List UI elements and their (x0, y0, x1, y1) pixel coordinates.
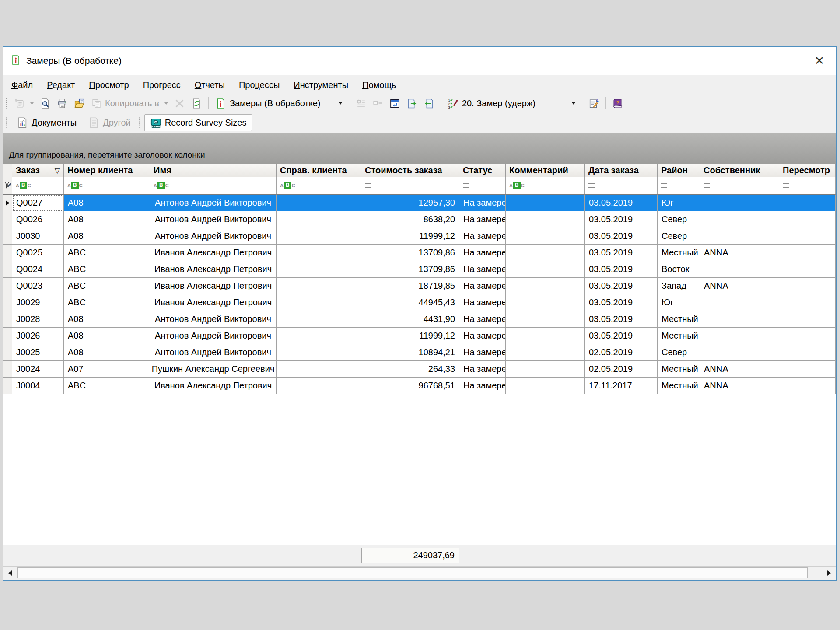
table-row[interactable]: Q0024ABCИванов Александр Петрович13709,8… (4, 261, 836, 278)
menu-item-инструменты[interactable]: Инструменты (287, 77, 355, 93)
print-button[interactable] (54, 97, 70, 110)
cell-amount[interactable]: 11999,12 (361, 228, 459, 245)
cell-order_date[interactable]: 03.05.2019 (585, 328, 658, 344)
row-indicator-cell[interactable] (4, 261, 12, 278)
cell-name[interactable]: Антонов Андрей Викторович (150, 311, 276, 328)
cell-status[interactable]: На замере (459, 311, 506, 328)
cell-client_ref[interactable] (276, 228, 361, 245)
cell-comment[interactable] (506, 278, 585, 294)
cell-name[interactable]: Пушкин Александр Сергеевич (150, 361, 276, 378)
cell-order[interactable]: Q0023 (12, 278, 64, 294)
cell-order[interactable]: J0004 (12, 378, 64, 394)
cell-client_no[interactable]: ABC (64, 278, 150, 294)
cell-order_date[interactable]: 03.05.2019 (585, 311, 658, 328)
cell-status[interactable]: На замере (459, 294, 506, 311)
filter-cell-review[interactable] (779, 177, 836, 195)
scroll-left-button[interactable] (4, 567, 17, 580)
record-survey-sizes-button[interactable]: Record Survey Sizes (144, 114, 252, 131)
cell-order_date[interactable]: 03.05.2019 (585, 278, 658, 294)
cell-district[interactable]: Север (658, 228, 700, 245)
cell-name[interactable]: Антонов Андрей Викторович (150, 195, 276, 211)
filter-cell-amount[interactable] (361, 177, 459, 195)
cell-district[interactable]: Север (658, 211, 700, 228)
cell-order[interactable]: Q0027 (12, 195, 64, 211)
table-row[interactable]: J0026A08Антонов Андрей Викторович11999,1… (4, 328, 836, 344)
cell-status[interactable]: На замере (459, 378, 506, 394)
row-indicator-cell[interactable] (4, 245, 12, 261)
cell-client_no[interactable]: ABC (64, 378, 150, 394)
cell-owner[interactable] (700, 344, 779, 361)
cell-comment[interactable] (506, 261, 585, 278)
cell-comment[interactable] (506, 328, 585, 344)
cell-client_ref[interactable] (276, 261, 361, 278)
filter-edit-cell[interactable] (4, 177, 12, 195)
cell-client_ref[interactable] (276, 245, 361, 261)
cell-amount[interactable]: 8638,20 (361, 211, 459, 228)
column-header-order_date[interactable]: Дата заказа (585, 164, 658, 177)
cell-district[interactable]: Восток (658, 261, 700, 278)
row-indicator-cell[interactable] (4, 344, 12, 361)
cell-comment[interactable] (506, 294, 585, 311)
properties-button[interactable]: 1 (586, 97, 602, 110)
column-header-district[interactable]: Район (658, 164, 700, 177)
row-indicator-cell[interactable] (4, 378, 12, 394)
cell-review[interactable] (779, 328, 836, 344)
cell-owner[interactable] (700, 261, 779, 278)
help-button[interactable]: ? (609, 97, 626, 110)
cell-district[interactable]: Местный (658, 328, 700, 344)
cell-district[interactable]: Юг (658, 195, 700, 211)
print-preview-button[interactable] (37, 97, 53, 110)
menu-item-файл[interactable]: Файл (4, 77, 40, 93)
cell-owner[interactable] (700, 311, 779, 328)
column-header-owner[interactable]: Собственник (700, 164, 779, 177)
cell-district[interactable]: Запад (658, 278, 700, 294)
cell-comment[interactable] (506, 311, 585, 328)
close-icon[interactable]: ✕ (812, 54, 827, 68)
cell-order[interactable]: J0029 (12, 294, 64, 311)
filter-cell-order[interactable]: ABC (12, 177, 64, 195)
cell-client_ref[interactable] (276, 278, 361, 294)
row-indicator-cell[interactable] (4, 211, 12, 228)
cell-status[interactable]: На замере (459, 328, 506, 344)
menu-item-редакт[interactable]: Редакт (40, 77, 82, 93)
cell-review[interactable] (779, 294, 836, 311)
row-indicator-cell[interactable] (4, 328, 12, 344)
filter-cell-name[interactable]: ABC (150, 177, 276, 195)
settings-list-button[interactable] (353, 97, 369, 110)
cell-order[interactable]: J0024 (12, 361, 64, 378)
cell-comment[interactable] (506, 344, 585, 361)
export-doc-button[interactable] (404, 97, 420, 110)
cell-client_ref[interactable] (276, 328, 361, 344)
cell-name[interactable]: Иванов Александр Петрович (150, 261, 276, 278)
cell-name[interactable]: Иванов Александр Петрович (150, 294, 276, 311)
cell-amount[interactable]: 18719,85 (361, 278, 459, 294)
cell-name[interactable]: Иванов Александр Петрович (150, 278, 276, 294)
open-folder-button[interactable] (71, 97, 88, 110)
table-row[interactable]: J0028A08Антонов Андрей Викторович4431,90… (4, 311, 836, 328)
cell-name[interactable]: Иванов Александр Петрович (150, 245, 276, 261)
filter-cell-client_no[interactable]: ABC (64, 177, 150, 195)
cell-name[interactable]: Антонов Андрей Викторович (150, 211, 276, 228)
cell-owner[interactable] (700, 211, 779, 228)
cell-comment[interactable] (506, 211, 585, 228)
cell-client_ref[interactable] (276, 361, 361, 378)
cell-amount[interactable]: 11999,12 (361, 328, 459, 344)
cell-client_no[interactable]: A07 (64, 361, 150, 378)
cell-order[interactable]: J0025 (12, 344, 64, 361)
table-row[interactable]: J0030A08Антонов Андрей Викторович11999,1… (4, 228, 836, 245)
cell-comment[interactable] (506, 245, 585, 261)
column-header-client_ref[interactable]: Справ. клиента (276, 164, 361, 177)
filter-cell-client_ref[interactable]: ABC (276, 177, 361, 195)
cell-client_ref[interactable] (276, 294, 361, 311)
cell-owner[interactable] (700, 228, 779, 245)
cell-amount[interactable]: 96768,51 (361, 378, 459, 394)
cell-review[interactable] (779, 344, 836, 361)
menu-item-прогресс[interactable]: Прогресс (136, 77, 188, 93)
table-row[interactable]: Q0025ABCИванов Александр Петрович13709,8… (4, 245, 836, 261)
cell-order_date[interactable]: 02.05.2019 (585, 344, 658, 361)
column-header-client_no[interactable]: Номер клиента (64, 164, 150, 177)
cell-status[interactable]: На замере (459, 261, 506, 278)
cell-client_ref[interactable] (276, 378, 361, 394)
filter-cell-comment[interactable]: ABC (506, 177, 585, 195)
cell-amount[interactable]: 13709,86 (361, 245, 459, 261)
